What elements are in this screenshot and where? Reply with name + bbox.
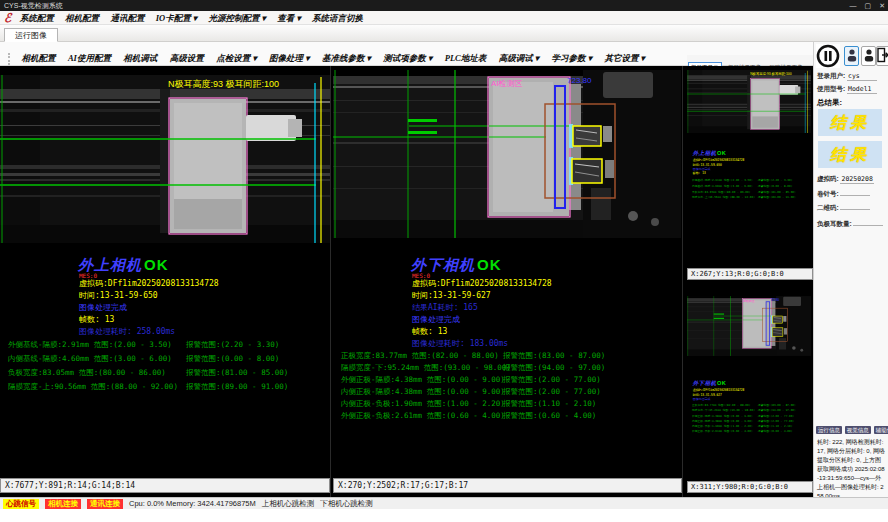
- model-value: Model1: [847, 85, 877, 94]
- measure-text: 外侧基线-隔膜:2.91mm 范围:(2.00 - 3.50): [692, 178, 753, 181]
- preview-top-textblock: 外上相机OK 虚拟码:DFf1im20250208133134728 时间:13…: [689, 150, 812, 220]
- tool-other-settings[interactable]: 其它设置 ▾: [604, 53, 644, 65]
- menu-system-config[interactable]: 系统配置: [20, 13, 54, 25]
- preview-bottom-viewport[interactable]: [687, 296, 811, 356]
- mid-ai-elapsed: 结果AI耗时: 165: [412, 302, 478, 313]
- tool-ai-config[interactable]: AI使用配置: [68, 53, 111, 65]
- heartbeat-badge: 心跳信号: [3, 499, 39, 509]
- mid-frames: 帧数: 13: [412, 326, 447, 337]
- menu-view[interactable]: 查看 ▾: [277, 13, 300, 25]
- measure-text: 外侧正极-隔膜:4.38mm 范围:(0.00 - 9.00): [692, 414, 753, 417]
- info-tab-aux[interactable]: 辅助信息: [874, 426, 888, 434]
- measure-row: 外侧基线-隔膜:2.91mm 范围:(2.00 - 3.50) 报警范围:(2.…: [692, 178, 814, 182]
- pin-number-label: 卷针号:: [817, 190, 839, 197]
- exit-button[interactable]: [876, 46, 888, 66]
- mid-elapsed: 图像处理耗时: 183.00ms: [412, 338, 508, 349]
- alarm-text: 报警范围:(1.10 - 2.10): [503, 399, 596, 409]
- tool-learning-params[interactable]: 学习参数 ▾: [552, 53, 592, 65]
- preview-top-panel: 外上相机OK 虚拟码:DFf1im20250208133134728 时间:13…: [687, 66, 813, 280]
- tool-test-params[interactable]: 测试项参数 ▾: [383, 53, 432, 65]
- lower-camera-heartbeat: 下相机心跳检测: [320, 499, 373, 509]
- app-window: CYS-视觉检测系统 — ▢ ✕ ℰ 系统配置 相机配置 通讯配置 IO卡配置 …: [0, 0, 888, 522]
- alarm-text: 报警范围:(0.00 - 8.00): [758, 184, 792, 188]
- menu-camera-config[interactable]: 相机配置: [65, 13, 99, 25]
- alarm-text: 报警范围:(94.00 - 97.00): [503, 363, 605, 373]
- left-camera-viewport[interactable]: N极耳高度:93 极耳间距:100: [0, 75, 330, 243]
- mid-camera-viewport[interactable]: AI检测区 723.80: [333, 70, 681, 238]
- left-camera-textblock: 外上相机OK MES:0 虚拟码:DFf1im20250208133134728…: [0, 256, 330, 471]
- mid-barcode: 虚拟码:DFf1im20250208133134728: [412, 278, 552, 289]
- mid-camera-result: OK: [477, 256, 502, 273]
- neg-tab-count-row: 负极耳数量:: [817, 220, 886, 231]
- measure-text: 正极宽度:83.77mm 范围:(82.00 - 88.00): [341, 351, 499, 360]
- preview-bottom-panel: 外下相机OK 虚拟码:DFf1im20250208133134728 时间:13…: [687, 288, 813, 497]
- tool-camera-config[interactable]: 相机配置: [21, 53, 55, 65]
- menu-comm-config[interactable]: 通讯配置: [110, 13, 144, 25]
- preview-camera-result: OK: [717, 150, 726, 156]
- neg-tab-count-value: [853, 225, 883, 226]
- tool-camera-debug[interactable]: 相机调试: [123, 53, 157, 65]
- menu-light-config[interactable]: 光源控制配置 ▾: [208, 13, 265, 25]
- user-icon: [846, 47, 858, 63]
- model-label: 使用型号:: [817, 85, 845, 92]
- info-tab-vision[interactable]: 视觉信息: [845, 426, 871, 434]
- measure-row: 内侧正极-负极:1.90mm 范围:(1.00 - 2.20) 报警范围:(1.…: [692, 424, 814, 428]
- tool-plc-address[interactable]: PLC地址表: [445, 53, 487, 65]
- ai-region-label: AI检测区: [491, 79, 523, 88]
- info-tab-run[interactable]: 运行信息: [816, 426, 842, 434]
- preview-camera-name: 外下相机: [693, 380, 717, 386]
- qr-code-row: 二维码:: [817, 204, 886, 215]
- qr-code-value: [840, 209, 870, 210]
- pause-button[interactable]: [816, 44, 840, 68]
- left-barcode: 虚拟码:DFf1im20250208133134728: [79, 278, 219, 289]
- tool-image-processing[interactable]: 图像处理 ▾: [269, 53, 309, 65]
- mid-time: 时间:13-31-59-627: [412, 290, 491, 301]
- measure-text: 内侧正极-隔膜:4.38mm 范围:(0.00 - 9.00): [341, 387, 505, 396]
- user-unlock-button[interactable]: [844, 46, 859, 66]
- preview-bottom-pixel-status: X:311;Y:980;R:0;G:0;B:0: [687, 481, 813, 493]
- comm-link-badge: 通讯连接: [87, 499, 123, 509]
- menu-io-config[interactable]: IO卡配置 ▾: [156, 13, 197, 25]
- alarm-text: 报警范围:(2.00 - 77.00): [503, 387, 601, 397]
- tab-run-image[interactable]: 运行图像: [4, 28, 58, 42]
- alarm-text: 报警范围:(2.00 - 77.00): [758, 414, 794, 418]
- mid-camera-textblock: 外下相机OK MES:0 虚拟码:DFf1im20250208133134728…: [333, 256, 682, 471]
- login-user-value: cys: [847, 72, 877, 81]
- left-overlay-label: N极耳高度:93 极耳间距:100: [168, 79, 279, 89]
- preview-top-viewport[interactable]: [687, 70, 811, 133]
- measure-row: 内侧基线-隔膜:4.60mm 范围:(3.00 - 6.00) 报警范围:(0.…: [692, 184, 814, 188]
- tool-spot-check[interactable]: 点检设置 ▾: [216, 53, 256, 65]
- measure-row: 内侧正极-隔膜:4.38mm 范围:(0.00 - 9.00) 报警范围:(2.…: [692, 419, 814, 423]
- measure-row: 正极宽度:83.77mm 范围:(82.00 - 88.00) 报警范围:(83…: [341, 351, 671, 361]
- left-frames: 帧数: 13: [79, 314, 114, 325]
- virtual-code-label: 虚拟码:: [817, 175, 839, 182]
- tool-baseline-params[interactable]: 基准线参数 ▾: [322, 53, 371, 65]
- menu-language-switch[interactable]: 系统语言切换: [312, 13, 363, 25]
- pause-icon: [816, 44, 840, 68]
- alarm-text: 报警范围:(83.00 - 87.00): [503, 351, 605, 361]
- measure-row: 外侧正极-负极:2.61mm 范围:(0.60 - 4.00) 报警范围:(0.…: [341, 411, 671, 421]
- measure-row: 隔膜宽度-上:90.56mm 范围:(88.00 - 92.00) 报警范围:(…: [8, 382, 338, 392]
- alarm-text: 报警范围:(0.60 - 4.00): [503, 411, 596, 421]
- user-lock-button[interactable]: [861, 46, 876, 66]
- preview-done: 图像处理完成: [693, 397, 711, 401]
- preview-frames: 帧数: 13: [693, 171, 706, 175]
- toolbar-grip-icon: [8, 53, 11, 65]
- preview-camera-result: OK: [717, 380, 726, 386]
- measure-text: 隔膜宽度-下:95.24mm 范围:(93.00 - 98.00): [692, 409, 755, 412]
- maximize-icon[interactable]: ▢: [865, 0, 872, 11]
- camera-link-badge: 相机连接: [45, 499, 81, 509]
- measure-text: 外侧正极-负极:2.61mm 范围:(0.60 - 4.00): [341, 411, 505, 420]
- window-title: CYS-视觉检测系统: [4, 2, 63, 9]
- alarm-text: 报警范围:(2.00 - 77.00): [758, 419, 794, 423]
- tool-advanced-debug[interactable]: 高级调试 ▾: [499, 53, 539, 65]
- right-sidebar: 登录用户: cys 使用型号: Model1 总结果: 结果 结果 虚拟码: 2…: [813, 42, 888, 497]
- tool-advanced-settings[interactable]: 高级设置: [170, 53, 204, 65]
- minimize-icon[interactable]: —: [850, 0, 857, 11]
- alarm-text: 报警范围:(89.00 - 91.00): [186, 382, 288, 392]
- mid-camera-pixel-status: X:270;Y:2502;R:17;G:17;B:17: [333, 478, 682, 493]
- measure-row: 外侧基线-隔膜:2.91mm 范围:(2.00 - 3.50) 报警范围:(2.…: [8, 340, 338, 350]
- measure-text: 内侧正极-负极:1.90mm 范围:(1.00 - 2.20): [692, 424, 753, 427]
- close-icon[interactable]: ✕: [879, 0, 885, 11]
- mid-process-done: 图像处理完成: [412, 314, 460, 325]
